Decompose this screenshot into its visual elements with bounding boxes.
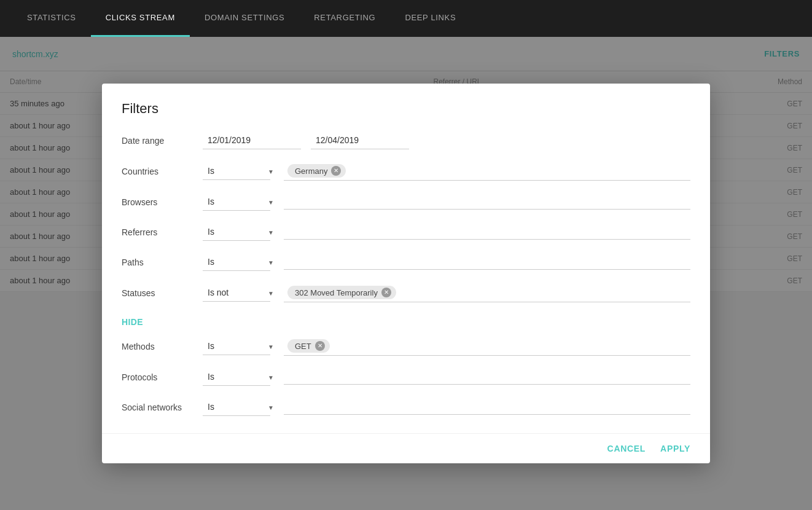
nav-item-retargeting[interactable]: RETARGETING [299, 0, 390, 37]
countries-operator-select[interactable]: Is Is not [203, 162, 270, 180]
methods-operator-select[interactable]: Is Is not [203, 337, 270, 355]
filter-row-statuses: Statuses Is Is not ▼ 302 Moved Temporari… [122, 283, 690, 302]
nav-item-domain-settings[interactable]: DOMAIN SETTINGS [190, 0, 299, 37]
statuses-text-input[interactable] [400, 288, 507, 297]
navbar: STATISTICS CLICKS STREAM DOMAIN SETTINGS… [0, 0, 812, 37]
statuses-operator-wrap: Is Is not ▼ [203, 284, 276, 302]
country-tag-value: Germany [295, 167, 327, 176]
methods-label: Methods [122, 342, 195, 351]
nav-item-deep-links[interactable]: DEEP LINKS [390, 0, 470, 37]
referrers-tag-input[interactable] [284, 224, 690, 240]
filters-modal: Filters Date range Countries Is [102, 84, 710, 463]
country-tag-remove[interactable]: ✕ [331, 166, 341, 176]
filter-row-countries: Countries Is Is not ▼ Germany ✕ [122, 162, 690, 181]
social-networks-operator-wrap: Is Is not ▼ [203, 398, 276, 416]
status-tag-302: 302 Moved Temporarily ✕ [287, 286, 396, 299]
paths-label: Paths [122, 257, 195, 267]
status-tag-value: 302 Moved Temporarily [295, 288, 378, 297]
methods-operator-wrap: Is Is not ▼ [203, 337, 276, 355]
modal-title: Filters [102, 84, 710, 127]
referrers-operator-select[interactable]: Is Is not [203, 223, 270, 241]
social-networks-text-input[interactable] [287, 402, 395, 412]
statuses-operator-select[interactable]: Is Is not [203, 284, 270, 302]
countries-operator-wrap: Is Is not ▼ [203, 162, 276, 180]
nav-item-clicks-stream[interactable]: CLICKS STREAM [91, 0, 190, 37]
social-networks-operator-select[interactable]: Is Is not [203, 398, 270, 416]
referrers-text-input[interactable] [287, 227, 395, 237]
statuses-label: Statuses [122, 288, 195, 298]
filter-row-methods: Methods Is Is not ▼ GET ✕ [122, 337, 690, 356]
countries-label: Countries [122, 167, 195, 176]
countries-tag-input[interactable]: Germany ✕ [284, 162, 690, 181]
protocols-tag-input[interactable] [284, 369, 690, 385]
paths-operator-wrap: Is Is not ▼ [203, 253, 276, 271]
referrers-label: Referrers [122, 227, 195, 237]
protocols-label: Protocols [122, 372, 195, 382]
countries-text-input[interactable] [349, 166, 457, 176]
cancel-button[interactable]: CANCEL [607, 444, 646, 453]
browsers-operator-wrap: Is Is not ▼ [203, 193, 276, 211]
filter-row-social-networks: Social networks Is Is not ▼ [122, 398, 690, 416]
method-tag-get: GET ✕ [287, 339, 330, 353]
filter-row-protocols: Protocols Is Is not ▼ [122, 368, 690, 386]
modal-overlay: Filters Date range Countries Is [0, 37, 812, 510]
country-tag-germany: Germany ✕ [287, 164, 346, 178]
browsers-tag-input[interactable] [284, 194, 690, 210]
background-content: shortcm.xyz FILTERS Date/time Referrer /… [0, 37, 812, 510]
paths-text-input[interactable] [287, 257, 395, 267]
browsers-text-input[interactable] [287, 197, 395, 206]
protocols-operator-select[interactable]: Is Is not [203, 368, 270, 386]
nav-label-clicks-stream: CLICKS STREAM [106, 13, 175, 22]
date-range-label: Date range [122, 136, 195, 146]
methods-text-input[interactable] [334, 341, 441, 351]
nav-label-statistics: STATISTICS [27, 13, 76, 22]
modal-footer: CANCEL APPLY [102, 433, 710, 463]
protocols-text-input[interactable] [287, 372, 395, 382]
filter-row-date-range: Date range [122, 131, 690, 149]
hide-link[interactable]: HIDE [122, 315, 143, 329]
nav-label-deep-links: DEEP LINKS [405, 13, 456, 22]
social-networks-label: Social networks [122, 402, 195, 412]
nav-item-statistics[interactable]: STATISTICS [12, 0, 91, 37]
date-from-input[interactable] [203, 131, 301, 149]
referrers-operator-wrap: Is Is not ▼ [203, 223, 276, 241]
browsers-operator-select[interactable]: Is Is not [203, 193, 270, 211]
nav-label-retargeting: RETARGETING [314, 13, 375, 22]
social-networks-tag-input[interactable] [284, 399, 690, 415]
apply-button[interactable]: APPLY [660, 444, 690, 453]
statuses-tag-input[interactable]: 302 Moved Temporarily ✕ [284, 283, 690, 302]
browsers-label: Browsers [122, 197, 195, 207]
nav-label-domain-settings: DOMAIN SETTINGS [205, 13, 284, 22]
paths-operator-select[interactable]: Is Is not [203, 253, 270, 271]
methods-tag-input[interactable]: GET ✕ [284, 337, 690, 356]
date-range-wrap [203, 131, 409, 149]
modal-body: Date range Countries Is Is not ▼ [102, 127, 710, 433]
status-tag-remove[interactable]: ✕ [381, 288, 391, 297]
paths-tag-input[interactable] [284, 254, 690, 270]
filter-row-paths: Paths Is Is not ▼ [122, 253, 690, 271]
filter-row-browsers: Browsers Is Is not ▼ [122, 193, 690, 211]
method-tag-remove[interactable]: ✕ [315, 341, 325, 351]
filter-row-referrers: Referrers Is Is not ▼ [122, 223, 690, 241]
date-to-input[interactable] [311, 131, 409, 149]
method-tag-value: GET [295, 342, 311, 351]
protocols-operator-wrap: Is Is not ▼ [203, 368, 276, 386]
